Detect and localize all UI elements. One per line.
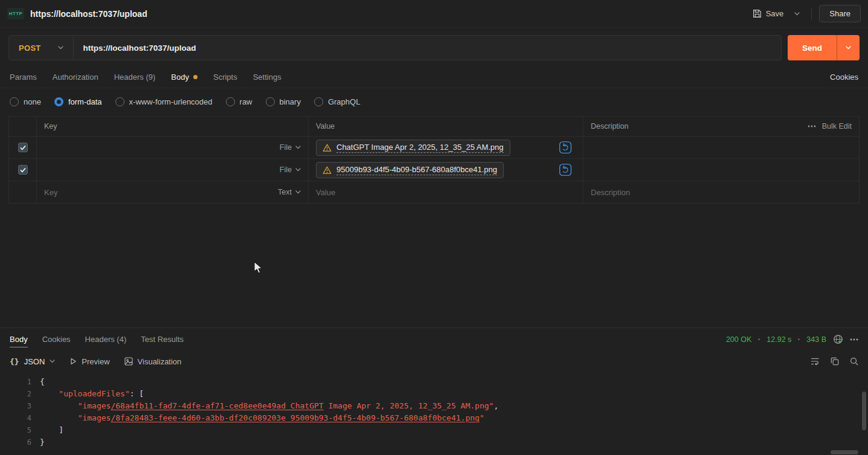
method-select[interactable]: POST <box>9 36 74 60</box>
row-value-cell[interactable]: ChatGPT Image Apr 2, 2025, 12_35_25 AM.p… <box>309 137 583 158</box>
value-type-select[interactable]: Text <box>278 188 301 196</box>
body-mode-label: binary <box>280 97 301 106</box>
code-line-content: "images/8fa28483-feee-4d60-a3bb-df20c089… <box>40 412 484 424</box>
cookies-link[interactable]: Cookies <box>830 73 858 82</box>
response-link[interactable]: /8fa28483-feee-4d60-a3bb-df20c089203e_95… <box>111 413 479 422</box>
status-badge[interactable]: 200 OK <box>726 335 751 344</box>
response-time[interactable]: 12.92 s <box>767 335 791 344</box>
code-line-content: ] <box>40 424 63 436</box>
request-tab-params[interactable]: Params <box>10 73 37 82</box>
preview-label: Preview <box>82 357 109 366</box>
body-mode-form-data[interactable]: form-data <box>54 97 102 106</box>
body-mode-x-www-form-urlencoded[interactable]: x-www-form-urlencoded <box>115 97 213 106</box>
request-url-row: POST https://localhost:7037/upload Send <box>0 28 868 66</box>
tab-label: Params <box>10 73 37 82</box>
visualization-image-icon <box>124 357 133 366</box>
response-tab-body[interactable]: Body <box>10 328 28 350</box>
network-globe-icon[interactable] <box>833 334 843 344</box>
tab-label: Authorization <box>53 73 98 82</box>
send-button[interactable]: Send <box>788 35 837 60</box>
code-line-content: "images/68a4fb11-fad7-4dfe-af71-ced8ee0e… <box>40 400 498 412</box>
code-line: 5 ] <box>0 424 868 436</box>
preview-button[interactable]: Preview <box>69 357 109 366</box>
row-value-cell[interactable]: 95009b93-d4f5-4b09-b567-680a8f0bce41.png <box>309 159 583 181</box>
search-icon[interactable] <box>850 357 858 366</box>
tab-label: Settings <box>253 73 281 82</box>
code-text: } <box>40 437 45 447</box>
row-select-cell <box>9 181 37 203</box>
save-button[interactable]: Save <box>748 6 788 21</box>
request-tabs-row: ParamsAuthorizationHeaders (9)BodyScript… <box>0 66 868 88</box>
radio-icon <box>115 97 124 106</box>
warning-icon <box>323 166 332 174</box>
chevron-down-icon <box>295 146 301 149</box>
row-description-cell[interactable]: Description <box>583 181 859 203</box>
code-text: ] <box>40 425 63 434</box>
horizontal-scrollbar[interactable] <box>831 450 858 454</box>
row-key-cell[interactable]: KeyText <box>37 181 309 203</box>
row-key-cell[interactable]: File <box>37 159 309 181</box>
file-name: ChatGPT Image Apr 2, 2025, 12_35_25 AM.p… <box>336 143 504 153</box>
format-label: JSON <box>24 357 45 366</box>
more-actions-icon[interactable] <box>808 125 816 127</box>
code-text: , <box>493 401 498 410</box>
wrap-text-icon[interactable] <box>811 357 820 366</box>
share-button[interactable]: Share <box>819 5 861 22</box>
form-data-table: Key Value Description Bulk Edit FileChat… <box>8 116 860 204</box>
save-icon <box>753 9 762 18</box>
code-line: 6} <box>0 436 868 448</box>
send-options-button[interactable] <box>837 35 860 60</box>
response-format-select[interactable]: {} JSON <box>10 357 55 366</box>
save-options-button[interactable] <box>790 9 804 19</box>
row-description-cell[interactable] <box>583 137 859 158</box>
code-text: " <box>480 413 484 422</box>
row-description-cell[interactable] <box>583 159 859 181</box>
row-value-cell[interactable]: Value <box>309 181 583 203</box>
response-size[interactable]: 343 B <box>806 335 826 344</box>
form-data-empty-row: KeyTextValueDescription <box>9 181 859 204</box>
radio-icon <box>226 97 235 106</box>
save-label: Save <box>766 9 784 18</box>
restore-file-button[interactable] <box>559 141 572 154</box>
code-text: Image Apr 2, 2025, 12_35_25 AM.png" <box>324 401 494 410</box>
body-mode-none[interactable]: none <box>10 97 41 106</box>
response-tab-headers-4[interactable]: Headers (4) <box>85 328 127 350</box>
row-checkbox[interactable] <box>18 165 28 175</box>
visualization-button[interactable]: Visualization <box>124 357 182 366</box>
request-tab-scripts[interactable]: Scripts <box>213 73 237 82</box>
value-type-select[interactable]: File <box>280 166 301 174</box>
vertical-scrollbar[interactable] <box>862 392 866 430</box>
url-input[interactable]: https://localhost:7037/upload <box>74 36 781 60</box>
line-number: 6 <box>0 436 40 448</box>
separator-dot <box>758 338 760 340</box>
line-number: 3 <box>0 400 40 412</box>
more-options-icon[interactable] <box>850 338 858 341</box>
file-chip[interactable]: 95009b93-d4f5-4b09-b567-680a8f0bce41.png <box>316 162 504 178</box>
copy-icon[interactable] <box>831 357 839 366</box>
request-tab-headers-9[interactable]: Headers (9) <box>114 73 156 82</box>
body-mode-graphql[interactable]: GraphQL <box>314 97 360 106</box>
code-text <box>40 401 78 410</box>
value-type-select[interactable]: File <box>280 143 301 152</box>
row-key-cell[interactable]: File <box>37 137 309 158</box>
row-select-cell <box>9 137 37 158</box>
chevron-down-icon <box>50 360 55 363</box>
request-tab-settings[interactable]: Settings <box>253 73 281 82</box>
row-checkbox[interactable] <box>18 143 28 152</box>
modified-dot-icon <box>193 75 198 79</box>
response-tab-cookies[interactable]: Cookies <box>42 328 71 350</box>
request-tab-authorization[interactable]: Authorization <box>53 73 98 82</box>
request-tab-body[interactable]: Body <box>171 73 198 82</box>
vertical-divider <box>811 8 812 19</box>
body-mode-raw[interactable]: raw <box>226 97 252 106</box>
response-tab-test-results[interactable]: Test Results <box>141 328 184 350</box>
restore-file-button[interactable] <box>559 163 572 176</box>
bulk-edit-button[interactable]: Bulk Edit <box>822 122 852 131</box>
response-tabs: BodyCookiesHeaders (4)Test Results <box>10 328 184 350</box>
code-line-content: } <box>40 436 45 448</box>
response-link[interactable]: /68a4fb11-fad7-4dfe-af71-ced8ee0e49ad_Ch… <box>111 401 323 410</box>
tab-label: Scripts <box>213 73 237 82</box>
body-mode-binary[interactable]: binary <box>266 97 301 106</box>
file-chip[interactable]: ChatGPT Image Apr 2, 2025, 12_35_25 AM.p… <box>316 140 510 156</box>
code-line: 1{ <box>0 376 868 388</box>
